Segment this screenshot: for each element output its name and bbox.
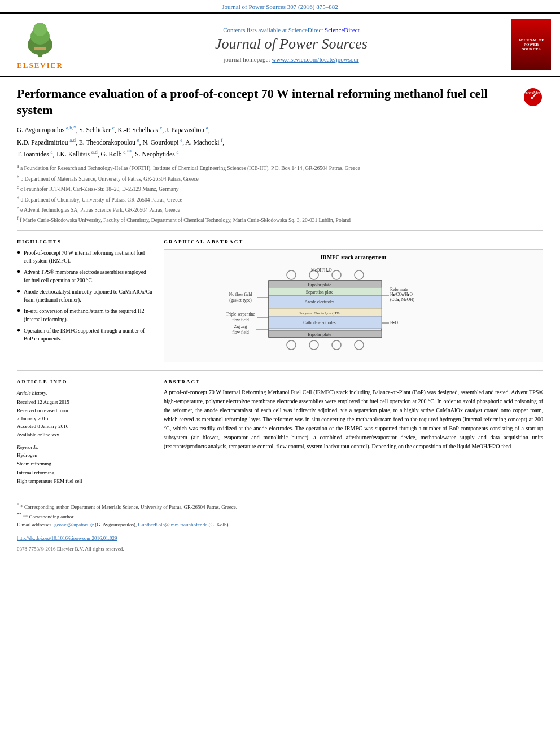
received-revised-label: Received in revised form xyxy=(17,407,152,414)
highlights-graphical-section: HIGHLIGHTS Proof-of-concept 70 W interna… xyxy=(17,239,543,362)
svg-point-8 xyxy=(287,270,296,279)
article-history-label: Article history: xyxy=(17,389,152,397)
sciencedirect-text: Contents lists available at ScienceDirec… xyxy=(77,27,506,33)
authors-line2: K.D. Papadimitriou a,d, E. Theodorakopou… xyxy=(17,136,543,148)
keyword-3: Internal reforming xyxy=(17,469,152,477)
graphical-abstract-title: IRMFC stack arrangement xyxy=(169,254,538,260)
highlight-2: Advent TPS® membrane electrode assemblie… xyxy=(17,268,152,285)
doi-section: http://dx.doi.org/10.1016/j.jpowsour.201… xyxy=(17,534,543,542)
crossmark-icon: ✓ CrossMark xyxy=(523,87,543,107)
paper-title: Performance evaluation of a proof-of-con… xyxy=(17,86,543,118)
elsevier-brand-text: ELSEVIER xyxy=(17,61,63,70)
graphical-abstract-box: IRMFC stack arrangement Bipolar plate Bi… xyxy=(164,249,543,362)
authors-line3: T. Ioannides a, J.K. Kallitsis a,d, G. K… xyxy=(17,148,543,160)
svg-text:CrossMark: CrossMark xyxy=(523,90,543,95)
highlights-list: Proof-of-concept 70 W internal reforming… xyxy=(17,249,152,343)
svg-text:MeOH/H₂O: MeOH/H₂O xyxy=(311,268,332,273)
svg-text:Anode electrodes: Anode electrodes xyxy=(305,299,334,304)
article-info-label: ARTICLE INFO xyxy=(17,379,152,385)
svg-text:(CO₂, MeOH): (CO₂, MeOH) xyxy=(390,297,414,302)
svg-point-3 xyxy=(33,23,47,36)
available-online: Available online xxx xyxy=(17,431,152,439)
svg-text:H₂/CO₂/H₂O: H₂/CO₂/H₂O xyxy=(390,292,413,297)
corresponding-author-2: ** ** Corresponding author xyxy=(17,512,543,521)
top-bar: Journal of Power Sources 307 (2016) 875–… xyxy=(0,0,560,12)
svg-point-37 xyxy=(355,340,364,350)
svg-text:Triple-serpentine: Triple-serpentine xyxy=(226,312,255,317)
affiliation-b: b b Department of Materials Science, Uni… xyxy=(17,174,543,183)
abstract-text: A proof-of-concept 70 W Internal Reformi… xyxy=(164,388,543,451)
svg-point-35 xyxy=(309,340,318,350)
article-history: Article history: Received 12 August 2015… xyxy=(17,389,152,439)
svg-point-11 xyxy=(355,270,364,279)
keyword-4: High temperature PEM fuel cell xyxy=(17,477,152,486)
highlights-label: HIGHLIGHTS xyxy=(17,239,152,244)
journal-title: Journal of Power Sources xyxy=(77,36,506,53)
keywords-list: Hydrogen Steam reforming Internal reform… xyxy=(17,451,152,486)
paper-title-section: ✓ CrossMark Performance evaluation of a … xyxy=(17,86,543,118)
accepted-date: Accepted 8 January 2016 xyxy=(17,422,152,430)
corresponding-author-1: * * Corresponding author. Department of … xyxy=(17,502,543,511)
svg-text:Separation plate: Separation plate xyxy=(306,290,334,295)
svg-rect-4 xyxy=(34,47,46,50)
elsevier-logo: ELSEVIER xyxy=(9,19,71,70)
highlight-5: Operation of the IRMFC supported through… xyxy=(17,327,152,343)
svg-point-10 xyxy=(332,270,341,279)
doi-link[interactable]: http://dx.doi.org/10.1016/j.jpowsour.201… xyxy=(17,535,117,541)
keyword-1: Hydrogen xyxy=(17,451,152,460)
affiliations-section: a a Foundation for Research and Technolo… xyxy=(17,163,543,230)
header-section: ELSEVIER Contents lists available at Sci… xyxy=(0,12,560,77)
article-info-column: ARTICLE INFO Article history: Received 1… xyxy=(17,379,152,486)
elsevier-tree-icon xyxy=(18,19,63,59)
svg-text:H₂O: H₂O xyxy=(390,320,398,325)
affiliation-e: e e Advent Technologies SA, Patras Scien… xyxy=(17,205,543,214)
copyright-section: 0378-7753/© 2016 Elsevier B.V. All right… xyxy=(17,545,543,553)
keywords-label: Keywords: xyxy=(17,444,152,450)
svg-point-36 xyxy=(332,340,341,350)
email-link-2[interactable]: GuntherKolb@imm.fraunhofer.de xyxy=(138,522,208,527)
journal-cover-img: JOURNAL OFPOWERSOURCES xyxy=(511,19,551,70)
abstract-column: ABSTRACT A proof-of-concept 70 W Interna… xyxy=(164,379,543,486)
received-date-1: Received 12 August 2015 xyxy=(17,398,152,406)
affiliation-f: f f Marie Curie-Skłodowska University, F… xyxy=(17,215,543,224)
highlight-3: Anode electrocatalyst indirectly adjoine… xyxy=(17,288,152,304)
svg-point-34 xyxy=(287,340,296,350)
irmfc-diagram: Bipolar plate Bipolar plate No flow fiel… xyxy=(169,265,538,355)
journal-cover: JOURNAL OFPOWERSOURCES xyxy=(511,19,551,70)
graphical-abstract-column: GRAPHICAL ABSTRACT IRMFC stack arrangeme… xyxy=(164,239,543,362)
main-content: ✓ CrossMark Performance evaluation of a … xyxy=(0,77,560,562)
svg-text:Reformate: Reformate xyxy=(390,287,408,292)
svg-text:flow field: flow field xyxy=(232,317,249,322)
svg-text:Polymer Electrolyte (HT-: Polymer Electrolyte (HT- xyxy=(299,311,340,316)
svg-text:Bipolar plate: Bipolar plate xyxy=(308,282,331,287)
svg-text:Bipolar plate: Bipolar plate xyxy=(308,332,331,337)
section-divider xyxy=(17,370,543,371)
affiliation-c: c c Fraunhofer ICT-IMM, Carl-Zeiss-Str. … xyxy=(17,184,543,193)
authors-line1: G. Avgouropoulos a,b,*, S. Schlicker c, … xyxy=(17,124,543,136)
journal-homepage-link[interactable]: www.elsevier.com/locate/jpowsour xyxy=(272,56,358,63)
svg-text:No flow field: No flow field xyxy=(229,292,252,297)
keywords-section: Keywords: Hydrogen Steam reforming Inter… xyxy=(17,444,152,486)
affiliation-d: d d Department of Chemistry, University … xyxy=(17,195,543,204)
abstract-label: ABSTRACT xyxy=(164,379,543,385)
graphical-abstract-label: GRAPHICAL ABSTRACT xyxy=(164,239,543,244)
keyword-2: Steam reforming xyxy=(17,460,152,468)
journal-homepage: journal homepage: www.elsevier.com/locat… xyxy=(77,56,506,63)
highlight-1: Proof-of-concept 70 W internal reforming… xyxy=(17,249,152,265)
email-addresses: E-mail addresses: geoavg@upatras.gr (G. … xyxy=(17,521,543,528)
highlight-4: In-situ conversion of methanol/steam to … xyxy=(17,307,152,324)
article-info-abstract-section: ARTICLE INFO Article history: Received 1… xyxy=(17,379,543,486)
received-revised-date: 7 January 2016 xyxy=(17,414,152,422)
affiliation-a: a a Foundation for Research and Technolo… xyxy=(17,163,543,172)
authors-section: G. Avgouropoulos a,b,*, S. Schlicker c, … xyxy=(17,124,543,160)
header-center: Contents lists available at ScienceDirec… xyxy=(77,27,506,63)
journal-reference: Journal of Power Sources 307 (2016) 875–… xyxy=(222,3,338,10)
svg-text:Cathode electrodes: Cathode electrodes xyxy=(303,320,335,325)
highlights-column: HIGHLIGHTS Proof-of-concept 70 W interna… xyxy=(17,239,152,362)
svg-text:flow field: flow field xyxy=(232,330,249,335)
email-link-1[interactable]: geoavg@upatras.gr xyxy=(54,522,94,527)
footnotes-section: * * Corresponding author. Department of … xyxy=(17,497,543,553)
svg-text:(gasket-type): (gasket-type) xyxy=(229,298,252,303)
svg-text:Zig zag: Zig zag xyxy=(234,324,247,329)
